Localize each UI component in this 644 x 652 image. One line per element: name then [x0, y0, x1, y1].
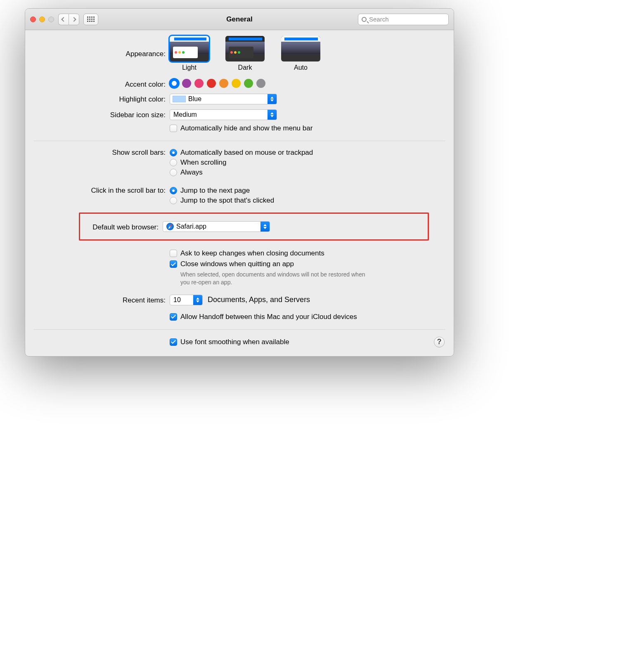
recent-items-suffix: Documents, Apps, and Servers [208, 295, 310, 304]
appearance-dark-label: Dark [238, 64, 252, 71]
accent-pink[interactable] [194, 79, 204, 88]
highlight-swatch [173, 96, 186, 102]
font-smoothing-label: Use font smoothing when available [180, 338, 289, 346]
sidebar-icon-size-label: Sidebar icon size: [25, 109, 170, 119]
scroll-always-radio[interactable] [170, 169, 177, 176]
show-scroll-bars-label: Show scroll bars: [25, 147, 170, 157]
window-controls [30, 17, 54, 22]
accent-yellow[interactable] [232, 79, 241, 88]
scroll-when-scrolling-radio[interactable] [170, 159, 177, 166]
accent-graphite[interactable] [256, 79, 265, 88]
forward-button[interactable] [69, 14, 79, 25]
highlight-color-value: Blue [188, 95, 201, 103]
accent-purple[interactable] [182, 79, 191, 88]
ask-keep-changes-checkbox[interactable] [170, 250, 177, 257]
appearance-label: Appearance: [25, 36, 170, 58]
minimize-window-button[interactable] [39, 17, 45, 22]
accent-color-group [170, 79, 445, 88]
divider [33, 241, 445, 241]
search-placeholder: Search [369, 16, 389, 23]
accent-green[interactable] [244, 79, 253, 88]
scroll-auto-label: Automatically based on mouse or trackpad [180, 149, 313, 157]
default-browser-value: Safari.app [176, 223, 206, 230]
ask-keep-changes-label: Ask to keep changes when closing documen… [180, 249, 324, 257]
toolbar: General Search [25, 9, 454, 30]
recent-items-select[interactable]: 10 [170, 295, 203, 305]
appearance-auto-label: Auto [294, 64, 308, 71]
auto-hide-menu-bar-checkbox[interactable] [170, 125, 177, 132]
accent-red[interactable] [207, 79, 216, 88]
close-windows-note: When selected, open documents and window… [180, 271, 370, 286]
help-icon: ? [437, 338, 442, 346]
zoom-window-button [48, 17, 54, 22]
appearance-light-label: Light [182, 64, 197, 71]
recent-items-label: Recent items: [25, 295, 170, 305]
highlight-color-select[interactable]: Blue [170, 94, 277, 104]
accent-orange[interactable] [219, 79, 228, 88]
close-windows-checkbox[interactable] [170, 260, 177, 268]
font-smoothing-checkbox[interactable] [170, 338, 177, 346]
scroll-auto-radio[interactable] [170, 149, 177, 156]
scroll-always-label: Always [180, 168, 203, 177]
click-next-page-label: Jump to the next page [180, 187, 250, 195]
help-button[interactable]: ? [434, 337, 445, 347]
click-spot-radio[interactable] [170, 197, 177, 204]
accent-blue[interactable] [170, 79, 179, 88]
back-button[interactable] [58, 14, 69, 25]
show-all-button[interactable] [83, 14, 98, 25]
handoff-label: Allow Handoff between this Mac and your … [180, 313, 357, 321]
recent-items-value: 10 [170, 296, 181, 304]
close-windows-label: Close windows when quitting an app [180, 260, 294, 268]
appearance-option-dark[interactable] [225, 36, 265, 61]
chevron-left-icon [61, 17, 66, 21]
auto-hide-menu-bar-label: Automatically hide and show the menu bar [180, 124, 313, 132]
click-spot-label: Jump to the spot that's clicked [180, 196, 274, 205]
divider [33, 141, 445, 141]
click-next-page-radio[interactable] [170, 187, 177, 194]
search-icon [362, 17, 367, 22]
accent-color-label: Accent color: [25, 79, 170, 89]
appearance-option-auto[interactable] [281, 36, 320, 61]
chevron-right-icon [71, 17, 76, 21]
default-browser-label: Default web browser: [80, 222, 163, 232]
search-input[interactable]: Search [358, 14, 449, 25]
sidebar-icon-size-select[interactable]: Medium [170, 109, 277, 120]
scroll-when-scrolling-label: When scrolling [180, 158, 227, 167]
safari-icon [166, 223, 174, 230]
click-scroll-bar-label: Click in the scroll bar to: [25, 185, 170, 195]
divider [33, 329, 445, 330]
default-browser-select[interactable]: Safari.app [163, 221, 270, 232]
sidebar-icon-size-value: Medium [170, 111, 197, 118]
highlight-color-label: Highlight color: [25, 94, 170, 104]
handoff-checkbox[interactable] [170, 313, 177, 321]
close-window-button[interactable] [30, 17, 36, 22]
default-browser-highlight: Default web browser: Safari.app [79, 213, 429, 241]
grid-icon [87, 17, 95, 22]
preferences-window: General Search Appearance: Light [25, 8, 454, 357]
appearance-option-light[interactable] [170, 36, 209, 61]
